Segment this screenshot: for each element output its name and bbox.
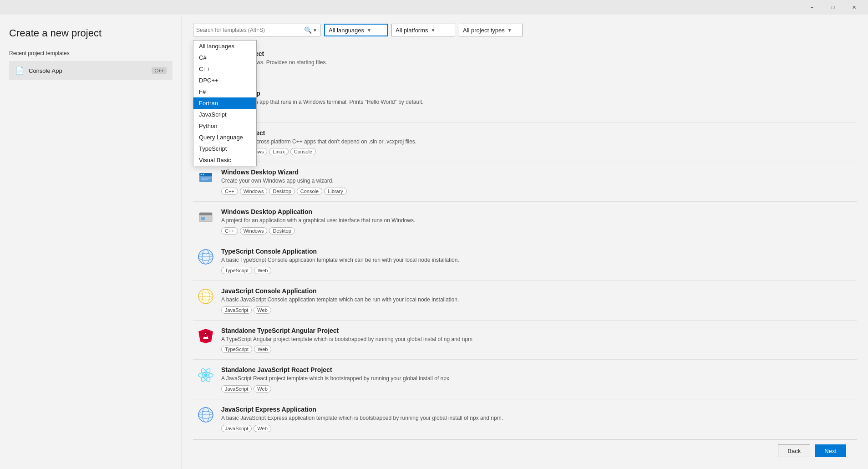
tag-cpp: C++: [221, 188, 238, 195]
tag-javascript: JavaScript: [221, 306, 252, 314]
template-desc-console-app: A project for an app that runs in a Wind…: [221, 98, 853, 106]
template-name-ts-console: TypeScript Console Application: [221, 248, 853, 255]
lang-option-all[interactable]: All languages: [193, 41, 256, 52]
template-tags-js-express: JavaScript Web: [221, 425, 853, 432]
tag-web: Web: [254, 425, 271, 432]
template-info-win-wizard: Windows Desktop Wizard Create your own W…: [221, 168, 853, 195]
svg-rect-19: [207, 219, 210, 220]
lang-option-fortran[interactable]: Fortran: [193, 97, 256, 109]
template-info-js-console: JavaScript Console Application A basic J…: [221, 287, 853, 314]
template-tags-win-wizard: C++ Windows Desktop Console Library: [221, 188, 853, 195]
lang-option-csharp[interactable]: C#: [193, 52, 256, 63]
tag-linux: Linux: [269, 148, 288, 155]
template-name-js-console: JavaScript Console Application: [221, 287, 853, 295]
recent-item-name: Console App: [29, 67, 152, 74]
template-desc-js-console: A basic JavaScript Console application t…: [221, 296, 853, 304]
tag-desktop: Desktop: [269, 227, 294, 234]
language-dropdown: All languages C# C++ DPC++ F# Fortran Ja…: [193, 40, 257, 166]
template-name-empty-project: Empty Project: [221, 50, 853, 57]
tag-web: Web: [254, 385, 271, 393]
tag-web: Web: [254, 267, 271, 274]
minimize-button[interactable]: −: [802, 0, 822, 15]
language-filter-chevron: ▼: [367, 28, 371, 33]
svg-rect-16: [199, 213, 212, 215]
lang-option-javascript[interactable]: JavaScript: [193, 109, 256, 120]
lang-option-python[interactable]: Python: [193, 120, 256, 132]
template-icon-js-react: [197, 366, 215, 384]
search-dropdown-icon[interactable]: ▼: [313, 28, 317, 33]
svg-point-12: [203, 174, 204, 175]
template-info-console-app: Console App A project for an app that ru…: [221, 90, 853, 116]
template-desc-win-app: A project for an application with a grap…: [221, 217, 853, 224]
template-item-ts-console[interactable]: TypeScript Console Application A basic T…: [193, 241, 857, 281]
console-app-icon: 📄: [15, 66, 24, 75]
template-icon-win-app: [197, 208, 215, 226]
tag-javascript: JavaScript: [221, 425, 252, 432]
tag-javascript: JavaScript: [221, 385, 252, 393]
template-item-js-express[interactable]: JavaScript Express Application A basic J…: [193, 399, 857, 436]
svg-rect-13: [201, 178, 211, 178]
template-item-js-console[interactable]: JavaScript Console Application A basic J…: [193, 281, 857, 321]
template-icon-js-console: [197, 287, 215, 306]
template-icon-js-express: [197, 406, 215, 424]
lang-option-typescript[interactable]: TypeScript: [193, 143, 256, 154]
template-item-cmake[interactable]: CMake Project Build modern, cross platfo…: [193, 123, 857, 163]
template-icon-ts-console: [197, 248, 215, 266]
template-desc-cmake: Build modern, cross platform C++ apps th…: [221, 138, 853, 146]
tag-web: Web: [254, 306, 271, 314]
platform-filter-chevron: ▼: [431, 28, 436, 33]
next-button[interactable]: Next: [815, 444, 846, 457]
back-button[interactable]: Back: [778, 444, 810, 457]
right-panel: 🔍 ▼ All languages ▼ All platforms ▼ All …: [182, 15, 868, 469]
template-item-ts-angular[interactable]: Standalone TypeScript Angular Project A …: [193, 321, 857, 360]
template-info-ts-angular: Standalone TypeScript Angular Project A …: [221, 327, 853, 353]
close-button[interactable]: ✕: [843, 0, 864, 15]
template-tags-cmake: C++ Windows Linux Console: [221, 148, 853, 155]
template-item-empty-project[interactable]: Empty Project C++ for Windows. Provides …: [193, 44, 857, 83]
template-name-console-app: Console App: [221, 90, 853, 97]
recent-item-console-app[interactable]: 📄 Console App C++: [9, 61, 173, 80]
template-item-win-app[interactable]: Windows Desktop Application A project fo…: [193, 202, 857, 241]
template-list: Empty Project C++ for Windows. Provides …: [193, 44, 857, 436]
template-tags-js-console: JavaScript Web: [221, 306, 853, 314]
language-filter[interactable]: All languages ▼: [324, 24, 388, 36]
tag-typescript: TypeScript: [221, 267, 252, 274]
page-title: Create a new project: [9, 27, 173, 39]
left-panel: Create a new project Recent project temp…: [0, 15, 182, 469]
search-input[interactable]: [196, 27, 304, 33]
tag-typescript: TypeScript: [221, 346, 252, 353]
project-type-filter-label: All project types: [463, 27, 505, 34]
template-name-win-wizard: Windows Desktop Wizard: [221, 168, 853, 176]
search-icon: 🔍: [304, 26, 312, 34]
template-item-js-react[interactable]: Standalone JavaScript React Project A Ja…: [193, 360, 857, 399]
template-info-js-react: Standalone JavaScript React Project A Ja…: [221, 366, 853, 393]
project-type-filter-chevron: ▼: [508, 28, 512, 33]
maximize-button[interactable]: □: [822, 0, 843, 15]
template-icon-ts-angular: [197, 327, 215, 345]
template-desc-win-wizard: Create your own Windows app using a wiza…: [221, 177, 853, 185]
tag-cpp: C++: [221, 227, 238, 234]
search-box[interactable]: 🔍 ▼: [193, 24, 320, 36]
lang-option-dpcpp[interactable]: DPC++: [193, 75, 256, 86]
tag-desktop: Desktop: [269, 188, 294, 195]
lang-option-vb[interactable]: Visual Basic: [193, 154, 256, 166]
template-item-console-app[interactable]: >_ Console App A project for an app that…: [193, 83, 857, 123]
template-info-win-app: Windows Desktop Application A project fo…: [221, 208, 853, 234]
main-window: − □ ✕ Create a new project Recent projec…: [0, 0, 868, 469]
lang-option-fsharp[interactable]: F#: [193, 86, 256, 97]
template-tags-empty-project: Console: [221, 69, 853, 76]
tag-console: Console: [297, 188, 322, 195]
template-desc-ts-angular: A TypeScript Angular project template wh…: [221, 336, 853, 343]
footer: Back Next: [193, 439, 857, 462]
template-item-win-wizard[interactable]: Windows Desktop Wizard Create your own W…: [193, 162, 857, 202]
content-area: Create a new project Recent project temp…: [0, 15, 868, 469]
lang-option-query[interactable]: Query Language: [193, 132, 256, 143]
template-info-js-express: JavaScript Express Application A basic J…: [221, 406, 853, 432]
platform-filter-label: All platforms: [396, 27, 428, 34]
project-type-filter[interactable]: All project types ▼: [459, 24, 523, 36]
svg-rect-17: [201, 217, 205, 220]
platform-filter[interactable]: All platforms ▼: [391, 24, 455, 36]
lang-option-cpp[interactable]: C++: [193, 63, 256, 75]
tag-windows: Windows: [240, 188, 268, 195]
template-icon-win-wizard: [197, 168, 215, 187]
